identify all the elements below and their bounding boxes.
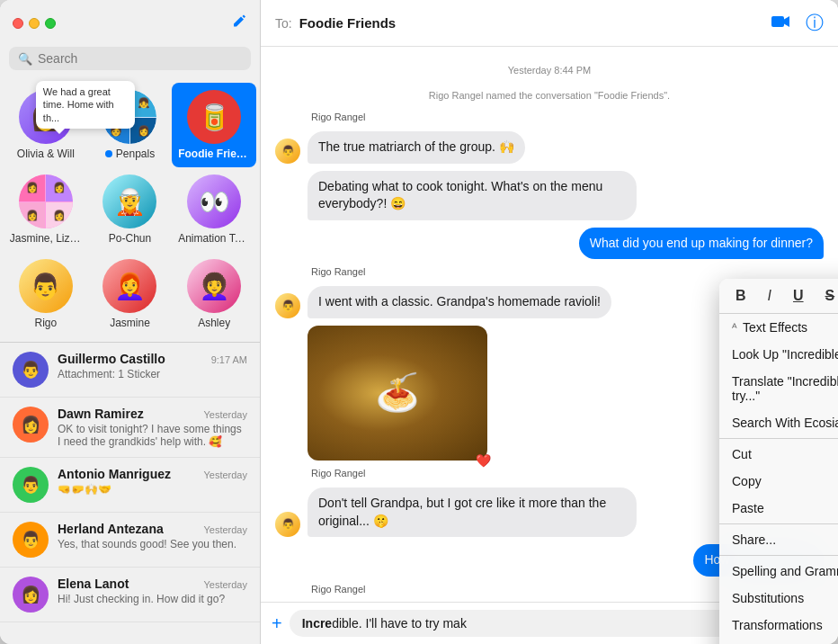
sidebar: 🔍 We had a great time. Home with th... 👩… xyxy=(0,0,261,644)
sender-label-rigo3: Rigo Rangel xyxy=(311,266,824,277)
menu-item-search-ecosia[interactable]: Search With Ecosia xyxy=(719,409,838,436)
avatar-ashley: 👩‍🦱 xyxy=(187,259,241,313)
normal-text-portion: dible. I'll have to try mak xyxy=(332,616,467,631)
menu-item-share[interactable]: Share... xyxy=(719,526,838,553)
to-label: To: xyxy=(275,16,292,31)
menu-item-spelling[interactable]: Spelling and Grammar › xyxy=(719,558,838,585)
search-bar[interactable]: 🔍 xyxy=(9,47,251,70)
unread-indicator xyxy=(105,150,112,157)
avatar-antonio: 👨 xyxy=(13,467,49,503)
contact-label-rigo: Rigo xyxy=(34,317,57,329)
msg-avatar-rigo5: 👨 xyxy=(275,512,300,537)
system-message: Rigo Rangel named the conversation "Food… xyxy=(275,90,824,101)
contact-label-penpals: Penpals xyxy=(105,148,155,160)
copy-label: Copy xyxy=(732,474,762,488)
sidebar-item-olivia-will[interactable]: We had a great time. Home with th... 👩 O… xyxy=(4,83,88,167)
tooltip-bubble: We had a great time. Home with th... xyxy=(36,81,135,129)
contact-label-po-chun: Po-Chun xyxy=(109,232,151,245)
text-effects-icon: ᴬ xyxy=(732,321,737,335)
format-bold-button[interactable]: B xyxy=(732,286,750,306)
separator-2 xyxy=(719,523,838,524)
search-input[interactable] xyxy=(38,51,242,66)
conv-info-herland: Herland Antezana Yesterday Yes, that sou… xyxy=(58,522,247,550)
menu-item-cut[interactable]: Cut xyxy=(719,441,838,468)
cut-label: Cut xyxy=(732,447,752,461)
format-italic-button[interactable]: I xyxy=(764,286,775,306)
sidebar-item-jasmine-liz[interactable]: 👩 👩 👩 👩 Jasmine, Liz &... xyxy=(4,167,88,252)
separator-3 xyxy=(719,555,838,556)
contact-label-animation-team: Animation Team xyxy=(178,232,250,245)
menu-item-lookup[interactable]: Look Up "Incredible. I'll have to try...… xyxy=(719,341,838,368)
bubble-m2: Debating what to cook tonight. What's on… xyxy=(308,171,637,220)
format-bar: B I U S xyxy=(719,279,838,314)
avatar-rigo: 👨 xyxy=(19,259,73,313)
contact-label-ashley: Ashley xyxy=(198,317,230,329)
conv-time-herland: Yesterday xyxy=(203,524,247,535)
conv-name-guillermo: Guillermo Castillo xyxy=(58,352,165,366)
conv-item-herland[interactable]: 👨 Herland Antezana Yesterday Yes, that s… xyxy=(0,513,260,568)
svg-rect-0 xyxy=(771,16,784,27)
close-button[interactable] xyxy=(13,18,23,29)
chat-group-name: Foodie Friends xyxy=(299,15,397,31)
chat-header: To: Foodie Friends ⓘ xyxy=(261,0,838,47)
conv-preview-guillermo: Attachment: 1 Sticker xyxy=(58,368,247,380)
format-strikethrough-button[interactable]: S xyxy=(822,286,838,306)
conv-preview-elena: Hi! Just checking in. How did it go? xyxy=(58,593,247,605)
contacts-grid: We had a great time. Home with th... 👩 O… xyxy=(0,77,260,343)
avatar-animation-team: 👀 xyxy=(187,174,241,228)
system-time: Yesterday 8:44 PM xyxy=(275,65,824,76)
spelling-label: Spelling and Grammar xyxy=(732,564,838,578)
avatar-dawn: 👩 xyxy=(13,407,49,443)
conv-item-dawn[interactable]: 👩 Dawn Ramirez Yesterday OK to visit ton… xyxy=(0,398,260,458)
conv-preview-dawn: OK to visit tonight? I have some things … xyxy=(58,423,247,448)
avatar-foodie-friends: 🥫 xyxy=(187,90,241,144)
menu-item-text-effects[interactable]: ᴬ Text Effects › Big Small Shake Nod Exp… xyxy=(719,314,838,341)
video-call-button[interactable] xyxy=(771,14,791,32)
menu-item-paste[interactable]: Paste xyxy=(719,495,838,522)
sidebar-item-animation-team[interactable]: 👀 Animation Team xyxy=(172,167,256,252)
separator-1 xyxy=(719,438,838,439)
contact-label-jasmine2: Jasmine xyxy=(110,317,150,329)
titlebar xyxy=(0,0,260,47)
conv-info-antonio: Antonio Manriguez Yesterday 🤜🤛🙌🤝 xyxy=(58,467,247,496)
message-row-m1: 👨 The true matriarch of the group. 🙌 xyxy=(275,131,824,164)
traffic-lights xyxy=(13,18,56,29)
message-row-m3: What did you end up making for dinner? xyxy=(275,228,824,260)
add-attachment-button[interactable]: + xyxy=(272,613,282,634)
conv-name-dawn: Dawn Ramirez xyxy=(58,407,144,421)
bold-text-portion: Incre xyxy=(302,616,332,631)
paste-label: Paste xyxy=(732,501,764,515)
conv-name-antonio: Antonio Manriguez xyxy=(58,467,171,481)
translate-label: Translate "Incredible. I'll have to try.… xyxy=(732,374,838,403)
msg-avatar-rigo: 👨 xyxy=(275,139,300,164)
minimize-button[interactable] xyxy=(29,18,40,29)
bubble-m6: Don't tell Grandpa, but I got cre like i… xyxy=(308,487,637,537)
message-row-m2: 👨 Debating what to cook tonight. What's … xyxy=(275,171,824,220)
sidebar-item-jasmine2[interactable]: 👩‍🦰 Jasmine xyxy=(88,252,173,336)
conv-item-antonio[interactable]: 👨 Antonio Manriguez Yesterday 🤜🤛🙌🤝 xyxy=(0,458,260,513)
conv-item-guillermo[interactable]: 👨 Guillermo Castillo 9:17 AM Attachment:… xyxy=(0,343,260,398)
menu-item-copy[interactable]: Copy xyxy=(719,468,838,495)
menu-item-transformations[interactable]: Transformations › xyxy=(719,612,838,639)
menu-item-translate[interactable]: Translate "Incredible. I'll have to try.… xyxy=(719,368,838,409)
search-ecosia-label: Search With Ecosia xyxy=(732,416,838,430)
avatar-herland: 👨 xyxy=(13,522,49,558)
main-content: To: Foodie Friends ⓘ Yesterday 8:44 PM R… xyxy=(261,0,838,644)
format-underline-button[interactable]: U xyxy=(789,286,807,306)
conv-name-herland: Herland Antezana xyxy=(58,522,164,536)
compose-button[interactable] xyxy=(231,13,247,34)
conv-info-guillermo: Guillermo Castillo 9:17 AM Attachment: 1… xyxy=(58,352,247,380)
sidebar-item-foodie-friends[interactable]: 🥫 Foodie Friends xyxy=(172,83,256,167)
context-menu[interactable]: B I U S ᴬ Text Effects › Big Small xyxy=(719,279,838,644)
sidebar-item-rigo[interactable]: 👨 Rigo xyxy=(4,252,88,336)
bubble-m4: I went with a classic. Grandpa's homemad… xyxy=(308,286,611,318)
maximize-button[interactable] xyxy=(45,18,56,29)
sidebar-item-ashley[interactable]: 👩‍🦱 Ashley xyxy=(172,252,256,336)
menu-item-speech[interactable]: Speech › xyxy=(719,639,838,644)
info-button[interactable]: ⓘ xyxy=(806,11,824,35)
contact-label-foodie-friends: Foodie Friends xyxy=(178,148,250,160)
conv-item-elena[interactable]: 👩 Elena Lanot Yesterday Hi! Just checkin… xyxy=(0,568,260,622)
sidebar-item-po-chun[interactable]: 🧝 Po-Chun xyxy=(88,167,173,252)
food-image: 🍝 xyxy=(308,326,487,461)
menu-item-substitutions[interactable]: Substitutions › xyxy=(719,585,838,612)
